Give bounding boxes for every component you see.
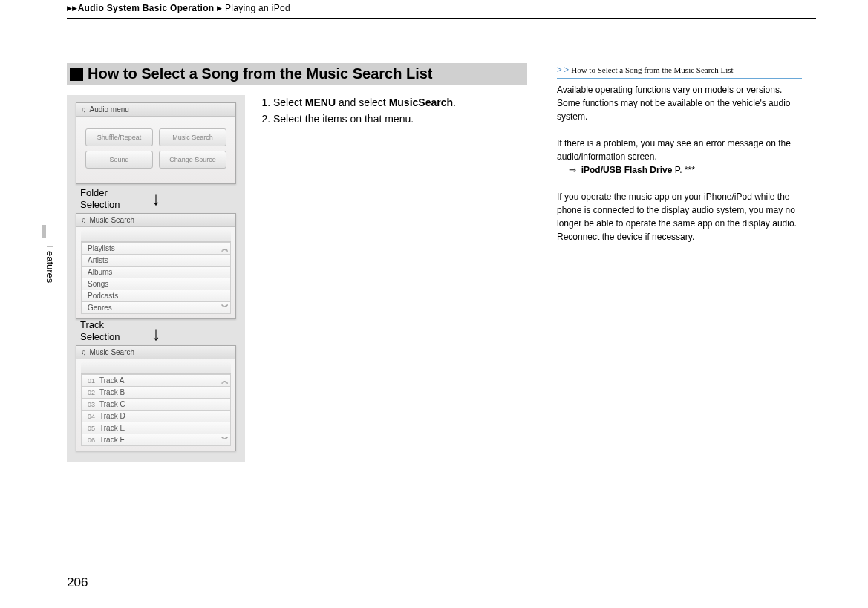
menu-button-change-source: Change Source: [159, 151, 226, 169]
chevron-right-icon: >: [564, 65, 570, 75]
divider: [67, 18, 816, 19]
music-note-icon: ♫: [81, 216, 87, 224]
side-tab-marker: [42, 225, 46, 238]
step-1: Select MENU and select MusicSearch.: [273, 95, 527, 110]
breadcrumb-sub: Playing an iPod: [225, 3, 290, 13]
step-2: Select the items on that menu.: [273, 111, 527, 126]
track-row: 06Track F: [81, 434, 231, 446]
list-item: Playlists: [81, 242, 231, 255]
track-row: 01Track A: [81, 374, 231, 387]
music-search-folders-screenshot: ♫ Music Search Playlists Artists Albums …: [76, 213, 236, 319]
scroll-up-icon: ︽: [221, 376, 229, 386]
chevron-right-icon: ▶: [217, 4, 222, 12]
side-tab-label: Features: [43, 238, 57, 290]
track-row: 04Track D: [81, 411, 231, 422]
menu-button-music-search: Music Search: [159, 128, 226, 146]
list-item: Artists: [81, 255, 231, 267]
scroll-down-icon: ︾: [221, 302, 229, 313]
screen2-title: Music Search: [90, 216, 135, 224]
menu-button-sound: Sound: [85, 151, 153, 169]
arrow-right-icon: ⇒: [569, 165, 576, 175]
right-head-text: How to Select a Song from the Music Sear…: [571, 65, 733, 74]
instruction-steps: Select MENU and select MusicSearch. Sele…: [260, 95, 527, 462]
music-note-icon: ♫: [81, 105, 87, 114]
right-note-2: If there is a problem, you may see an er…: [557, 137, 802, 177]
list-item: Podcasts: [81, 290, 231, 302]
square-bullet-icon: [70, 68, 83, 81]
list-item: Genres: [81, 302, 231, 314]
scroll-up-icon: ︽: [221, 243, 229, 254]
screen1-title: Audio menu: [90, 105, 129, 114]
breadcrumb-section: Audio System Basic Operation: [78, 3, 215, 13]
section-title-text: How to Select a Song from the Music Sear…: [88, 65, 433, 82]
screens-frame: ♫ Audio menu Shuffle/Repeat Music Search…: [67, 95, 245, 462]
right-column-heading: > > How to Select a Song from the Music …: [557, 63, 802, 79]
screen3-title: Music Search: [90, 348, 135, 356]
list-item: Albums: [81, 267, 231, 278]
track-row: 05Track E: [81, 422, 231, 434]
page-number: 206: [67, 575, 88, 590]
chevron-right-icon: ▶: [72, 4, 77, 12]
right-link: iPod/USB Flash Drive: [581, 165, 673, 175]
track-row: 02Track B: [81, 387, 231, 399]
track-row: 03Track C: [81, 399, 231, 411]
menu-button-shuffle: Shuffle/Repeat: [85, 128, 153, 146]
right-link-page: P. ***: [672, 165, 694, 175]
music-note-icon: ♫: [81, 348, 87, 356]
chevron-right-icon: >: [557, 65, 562, 75]
right-note-1: Available operating functions vary on mo…: [557, 83, 802, 123]
right-note-3: If you operate the music app on your iPh…: [557, 190, 802, 243]
audio-menu-screenshot: ♫ Audio menu Shuffle/Repeat Music Search…: [76, 102, 236, 184]
scroll-down-icon: ︾: [221, 434, 229, 445]
section-title: How to Select a Song from the Music Sear…: [67, 63, 527, 85]
music-search-tracks-screenshot: ♫ Music Search 01Track A 02Track B 03Tra…: [76, 345, 236, 451]
list-item: Songs: [81, 278, 231, 290]
breadcrumb: ▶▶Audio System Basic Operation ▶ Playing…: [67, 0, 816, 18]
